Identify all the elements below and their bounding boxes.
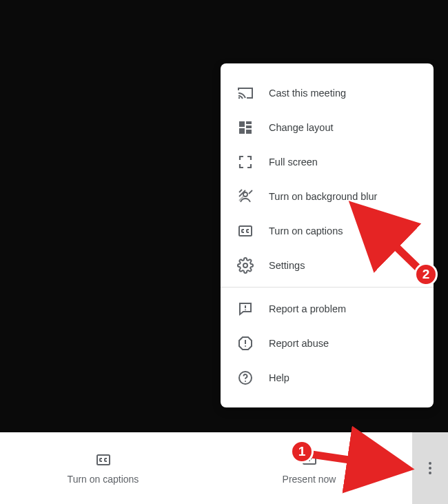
- more-options-menu: Cast this meeting Change layout: [221, 63, 434, 407]
- bottom-bar: Turn on captions Present now: [0, 432, 448, 504]
- help-icon: [237, 370, 254, 386]
- menu-item-label: Cast this meeting: [269, 88, 346, 99]
- menu-item-label: Report abuse: [269, 338, 329, 349]
- svg-point-24: [245, 381, 246, 382]
- more-vert-icon: [422, 460, 438, 476]
- blur-icon: [237, 188, 254, 205]
- menu-item-label: Turn on background blur: [269, 191, 377, 202]
- captions-button[interactable]: Turn on captions: [0, 432, 206, 504]
- menu-item-help[interactable]: Help: [221, 361, 434, 395]
- svg-rect-7: [246, 130, 252, 134]
- menu-item-report-problem[interactable]: Report a problem: [221, 292, 434, 326]
- svg-rect-3: [246, 125, 252, 128]
- svg-point-22: [245, 345, 246, 347]
- present-label: Present now: [283, 474, 336, 485]
- layout-icon: [237, 119, 254, 136]
- svg-rect-6: [239, 128, 245, 134]
- menu-item-fullscreen[interactable]: Full screen: [221, 145, 434, 179]
- svg-point-8: [243, 192, 247, 196]
- captions-label: Turn on captions: [68, 474, 139, 485]
- svg-rect-1: [239, 121, 245, 127]
- captions-icon: [237, 223, 254, 239]
- menu-item-layout[interactable]: Change layout: [221, 110, 434, 145]
- menu-item-label: Settings: [269, 260, 305, 271]
- menu-item-background-blur[interactable]: Turn on background blur: [221, 179, 434, 214]
- svg-rect-2: [246, 121, 252, 124]
- present-button[interactable]: Present now: [206, 432, 412, 504]
- menu-item-captions[interactable]: Turn on captions: [221, 214, 434, 248]
- svg-line-15: [249, 190, 252, 194]
- svg-rect-16: [239, 226, 252, 236]
- more-options-button[interactable]: [412, 432, 448, 504]
- present-icon: [301, 452, 318, 468]
- svg-point-19: [245, 309, 246, 310]
- menu-item-label: Turn on captions: [269, 225, 343, 236]
- report-icon: [237, 335, 254, 352]
- svg-rect-25: [97, 455, 110, 465]
- menu-item-label: Help: [269, 372, 289, 383]
- menu-item-report-abuse[interactable]: Report abuse: [221, 326, 434, 361]
- menu-item-cast[interactable]: Cast this meeting: [221, 76, 434, 110]
- svg-point-27: [429, 462, 431, 465]
- cast-icon: [237, 85, 254, 101]
- svg-point-29: [429, 472, 431, 474]
- menu-item-settings[interactable]: Settings: [221, 248, 434, 283]
- menu-divider: [221, 287, 434, 288]
- svg-point-28: [429, 467, 431, 470]
- captions-icon: [95, 452, 112, 468]
- svg-point-0: [238, 97, 240, 99]
- menu-item-label: Report a problem: [269, 303, 346, 314]
- menu-item-label: Change layout: [269, 122, 334, 133]
- svg-line-9: [239, 190, 242, 192]
- gear-icon: [237, 257, 254, 274]
- menu-item-label: Full screen: [269, 157, 318, 168]
- fullscreen-icon: [237, 154, 254, 170]
- feedback-icon: [237, 301, 254, 317]
